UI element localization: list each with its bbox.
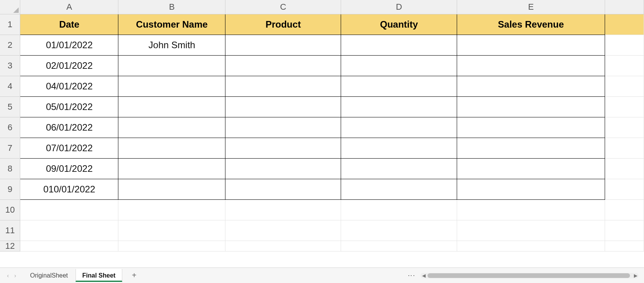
cell-F6[interactable] bbox=[605, 117, 644, 138]
cell-E4[interactable] bbox=[457, 76, 605, 96]
col-header-A[interactable]: A bbox=[20, 0, 118, 14]
cell-D6[interactable] bbox=[341, 117, 457, 138]
cell-E10[interactable] bbox=[457, 199, 605, 220]
cell-B2[interactable]: John Smith bbox=[118, 35, 225, 55]
select-all-corner[interactable] bbox=[0, 0, 20, 14]
cell-D3[interactable] bbox=[341, 55, 457, 76]
sheet-nav-next-icon[interactable]: › bbox=[14, 273, 16, 279]
cell-E9[interactable] bbox=[457, 179, 605, 199]
cell-A10[interactable] bbox=[20, 199, 118, 220]
scroll-left-icon[interactable]: ◀ bbox=[421, 273, 427, 278]
cell-A11[interactable] bbox=[20, 220, 118, 241]
cell-D9[interactable] bbox=[341, 179, 457, 199]
row-header-4[interactable]: 4 bbox=[0, 76, 20, 96]
cell-F3[interactable] bbox=[605, 55, 644, 76]
cell-E6[interactable] bbox=[457, 117, 605, 138]
cell-E7[interactable] bbox=[457, 138, 605, 158]
cell-D10[interactable] bbox=[341, 199, 457, 220]
sheet-tab-final-sheet[interactable]: Final Sheet bbox=[76, 269, 122, 282]
cell-A4[interactable]: 04/01/2022 bbox=[20, 76, 118, 96]
cell-E1[interactable]: Sales Revenue bbox=[457, 14, 605, 35]
cell-F4[interactable] bbox=[605, 76, 644, 96]
cell-B7[interactable] bbox=[118, 138, 225, 158]
cell-C4[interactable] bbox=[225, 76, 341, 96]
cell-B6[interactable] bbox=[118, 117, 225, 138]
cell-D2[interactable] bbox=[341, 35, 457, 55]
col-header-B[interactable]: B bbox=[118, 0, 225, 14]
row-header-7[interactable]: 7 bbox=[0, 138, 20, 158]
cell-A7[interactable]: 07/01/2022 bbox=[20, 138, 118, 158]
cell-D1[interactable]: Quantity bbox=[341, 14, 457, 35]
grid-area[interactable]: A B C D E 1 Date Customer Name Product Q… bbox=[0, 0, 644, 267]
cell-A6[interactable]: 06/01/2022 bbox=[20, 117, 118, 138]
row-header-9[interactable]: 9 bbox=[0, 179, 20, 199]
cell-E3[interactable] bbox=[457, 55, 605, 76]
cell-B4[interactable] bbox=[118, 76, 225, 96]
cell-B10[interactable] bbox=[118, 199, 225, 220]
add-sheet-button[interactable]: + bbox=[128, 269, 141, 282]
cell-C2[interactable] bbox=[225, 35, 341, 55]
cell-C3[interactable] bbox=[225, 55, 341, 76]
sheet-tab-originalsheet[interactable]: OriginalSheet bbox=[24, 269, 74, 282]
row-header-11[interactable]: 11 bbox=[0, 220, 20, 241]
cell-C10[interactable] bbox=[225, 199, 341, 220]
horizontal-scrollbar[interactable]: ◀ ▶ bbox=[421, 273, 639, 278]
cell-F5[interactable] bbox=[605, 96, 644, 117]
cell-F9[interactable] bbox=[605, 179, 644, 199]
row-header-6[interactable]: 6 bbox=[0, 117, 20, 138]
cell-C6[interactable] bbox=[225, 117, 341, 138]
scroll-thumb[interactable] bbox=[428, 273, 630, 278]
row-header-2[interactable]: 2 bbox=[0, 35, 20, 55]
cell-D4[interactable] bbox=[341, 76, 457, 96]
cell-A2[interactable]: 01/01/2022 bbox=[20, 35, 118, 55]
col-header-E[interactable]: E bbox=[457, 0, 605, 14]
cell-B3[interactable] bbox=[118, 55, 225, 76]
row-header-8[interactable]: 8 bbox=[0, 158, 20, 179]
cell-E12[interactable] bbox=[457, 241, 605, 251]
cell-C9[interactable] bbox=[225, 179, 341, 199]
row-header-5[interactable]: 5 bbox=[0, 96, 20, 117]
cell-E11[interactable] bbox=[457, 220, 605, 241]
cell-F7[interactable] bbox=[605, 138, 644, 158]
col-header-C[interactable]: C bbox=[225, 0, 341, 14]
cell-B5[interactable] bbox=[118, 96, 225, 117]
col-header-D[interactable]: D bbox=[341, 0, 457, 14]
cell-B1[interactable]: Customer Name bbox=[118, 14, 225, 35]
cell-C8[interactable] bbox=[225, 158, 341, 179]
cell-D11[interactable] bbox=[341, 220, 457, 241]
cell-D7[interactable] bbox=[341, 138, 457, 158]
cell-C7[interactable] bbox=[225, 138, 341, 158]
cell-C5[interactable] bbox=[225, 96, 341, 117]
cell-D5[interactable] bbox=[341, 96, 457, 117]
row-header-12[interactable]: 12 bbox=[0, 241, 20, 251]
cell-D12[interactable] bbox=[341, 241, 457, 251]
cell-C1[interactable]: Product bbox=[225, 14, 341, 35]
col-header-F[interactable] bbox=[605, 0, 644, 14]
cell-A8[interactable]: 09/01/2022 bbox=[20, 158, 118, 179]
cell-F2[interactable] bbox=[605, 35, 644, 55]
cell-E5[interactable] bbox=[457, 96, 605, 117]
cell-F8[interactable] bbox=[605, 158, 644, 179]
row-header-1[interactable]: 1 bbox=[0, 14, 20, 35]
cell-A1[interactable]: Date bbox=[20, 14, 118, 35]
tab-options-icon[interactable]: ⋮ bbox=[407, 272, 416, 279]
scroll-right-icon[interactable]: ▶ bbox=[632, 273, 639, 278]
cell-F12[interactable] bbox=[605, 241, 644, 251]
cell-E2[interactable] bbox=[457, 35, 605, 55]
cell-F11[interactable] bbox=[605, 220, 644, 241]
cell-E8[interactable] bbox=[457, 158, 605, 179]
cell-A5[interactable]: 05/01/2022 bbox=[20, 96, 118, 117]
cell-B11[interactable] bbox=[118, 220, 225, 241]
cell-A9[interactable]: 010/01/2022 bbox=[20, 179, 118, 199]
cell-B8[interactable] bbox=[118, 158, 225, 179]
cell-C12[interactable] bbox=[225, 241, 341, 251]
cell-A12[interactable] bbox=[20, 241, 118, 251]
cell-A3[interactable]: 02/01/2022 bbox=[20, 55, 118, 76]
cell-C11[interactable] bbox=[225, 220, 341, 241]
cell-B12[interactable] bbox=[118, 241, 225, 251]
cell-B9[interactable] bbox=[118, 179, 225, 199]
cell-F1[interactable] bbox=[605, 14, 644, 35]
cell-D8[interactable] bbox=[341, 158, 457, 179]
row-header-10[interactable]: 10 bbox=[0, 199, 20, 220]
sheet-nav-prev-icon[interactable]: ‹ bbox=[7, 273, 9, 279]
